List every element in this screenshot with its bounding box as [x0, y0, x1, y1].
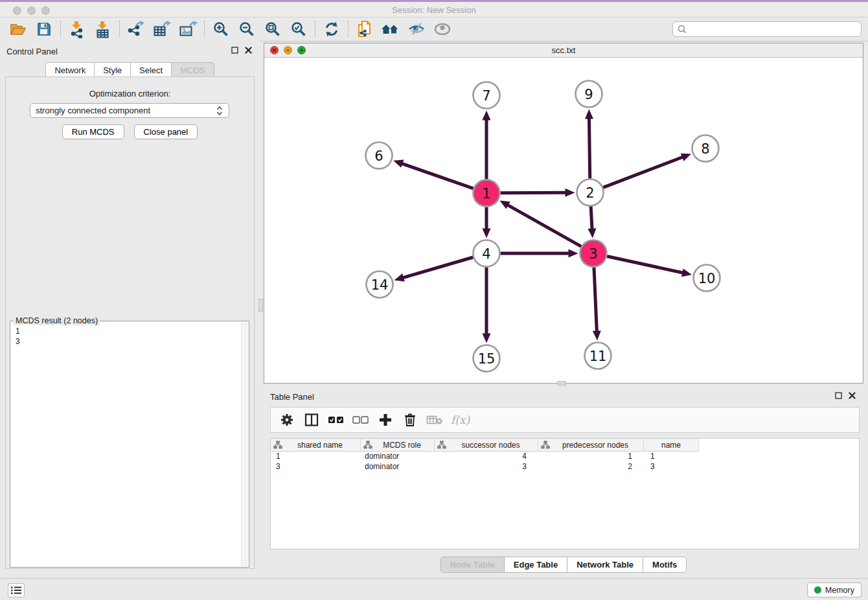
network-window-title: scc.txt	[264, 45, 863, 55]
column-header-mcds-role[interactable]: MCDS role	[361, 439, 435, 452]
memory-button[interactable]: Memory	[807, 583, 862, 597]
close-panel-icon[interactable]	[245, 47, 252, 54]
graph-node-14[interactable]: 14	[367, 271, 393, 298]
graph-node-6[interactable]: 6	[366, 143, 393, 169]
hide-panels-icon[interactable]	[404, 19, 429, 39]
panel-splitter-handle[interactable]	[258, 299, 263, 312]
create-column-plus-icon[interactable]	[374, 410, 396, 430]
table-cell[interactable]: 2	[538, 462, 644, 472]
graph-node-8[interactable]: 8	[692, 135, 719, 162]
show-columns-icon[interactable]	[301, 410, 323, 430]
zoom-in-icon[interactable]	[208, 19, 234, 39]
close-panel-icon[interactable]	[849, 392, 856, 399]
export-table-icon[interactable]	[149, 19, 175, 39]
graph-edge-2-8[interactable]	[603, 154, 691, 188]
float-panel-icon[interactable]	[835, 392, 842, 399]
graph-edge-4-15[interactable]	[483, 268, 491, 343]
tab-edge-table[interactable]: Edge Table	[504, 557, 567, 573]
column-header-shared-name[interactable]: shared name	[271, 439, 361, 452]
graph-node-4[interactable]: 4	[474, 240, 500, 267]
export-image-icon[interactable]	[175, 19, 201, 39]
graph-edge-2-3[interactable]	[588, 206, 596, 238]
network-window-titlebar[interactable]: ✕ − + scc.txt	[264, 43, 863, 58]
table-cell[interactable]: 1	[271, 452, 361, 462]
graph-edge-1-6[interactable]	[393, 160, 474, 189]
table-cell[interactable]: dominator	[361, 462, 435, 472]
function-builder-fx: f(x)	[451, 413, 470, 426]
graph-node-11[interactable]: 11	[585, 343, 611, 369]
zoom-selected-icon[interactable]	[286, 19, 312, 39]
svg-text:4: 4	[482, 246, 490, 262]
search-input[interactable]	[687, 23, 861, 36]
column-header-successor-nodes[interactable]: successor nodes	[435, 439, 538, 452]
tab-motifs[interactable]: Motifs	[643, 557, 687, 573]
chevron-updown-icon	[216, 106, 223, 116]
svg-text:6: 6	[374, 148, 383, 164]
clone-network-icon[interactable]	[352, 19, 378, 39]
import-network-icon[interactable]	[64, 19, 90, 39]
graph-edge-3-1[interactable]	[499, 201, 581, 247]
zoom-fit-icon[interactable]	[260, 19, 286, 39]
graph-edge-1-4[interactable]	[483, 207, 491, 238]
search-icon	[677, 24, 687, 34]
table-cell[interactable]: 3	[271, 462, 361, 472]
control-panel: Control Panel Network Style Select MCDS …	[0, 41, 260, 578]
toolbar-separator	[204, 21, 205, 38]
select-all-columns-icon[interactable]	[325, 410, 347, 430]
table-row[interactable]: 3dominator323	[271, 462, 859, 472]
delete-column-trash-icon[interactable]	[399, 410, 421, 430]
table-splitter-handle[interactable]	[557, 381, 566, 386]
graph-node-10[interactable]: 10	[694, 265, 720, 292]
window-title: Session: New Session	[0, 5, 868, 15]
task-history-button[interactable]	[8, 583, 25, 597]
open-file-icon[interactable]	[5, 19, 31, 39]
export-network-icon[interactable]	[123, 19, 149, 39]
mcds-result-scrollbar[interactable]	[241, 322, 248, 566]
graph-edge-4-3[interactable]	[501, 249, 578, 258]
graph-node-1[interactable]: 1	[474, 180, 500, 207]
svg-text:3: 3	[589, 246, 597, 262]
close-panel-button[interactable]: Close panel	[134, 124, 198, 139]
dropdown-value: strongly connected component	[36, 106, 216, 115]
graph-node-2[interactable]: 2	[577, 179, 604, 206]
graph-edge-1-7[interactable]	[483, 111, 491, 179]
float-panel-icon[interactable]	[231, 47, 238, 54]
tab-node-table[interactable]: Node Table	[440, 557, 504, 573]
zoom-out-icon[interactable]	[234, 19, 260, 39]
network-view-window: ✕ − + scc.txt 7968124314101511	[264, 43, 863, 384]
graph-node-15[interactable]: 15	[474, 345, 500, 372]
table-cell[interactable]: 1	[644, 452, 699, 462]
graph-edge-2-9[interactable]	[585, 109, 593, 178]
home-layout-icon[interactable]	[378, 19, 404, 39]
table-cell[interactable]: 4	[435, 452, 538, 462]
mcds-result-box: MCDS result (2 nodes) 1 3	[10, 321, 249, 568]
network-graph-canvas[interactable]: 7968124314101511	[264, 58, 863, 383]
run-mcds-button[interactable]: Run MCDS	[62, 124, 124, 139]
svg-text:8: 8	[701, 141, 709, 157]
table-panel-title: Table Panel	[270, 392, 314, 402]
graph-node-9[interactable]: 9	[576, 81, 602, 108]
column-header-name[interactable]: name	[644, 439, 699, 452]
optimization-criterion-select[interactable]: strongly connected component	[30, 103, 229, 118]
table-settings-gear-icon[interactable]	[276, 410, 298, 430]
graph-edge-3-11[interactable]	[593, 267, 601, 340]
table-cell[interactable]: 1	[538, 452, 644, 462]
graph-edge-4-14[interactable]	[394, 257, 474, 281]
graph-edge-3-10[interactable]	[607, 257, 692, 277]
table-cell[interactable]: 3	[435, 462, 538, 472]
column-header-predecessor-nodes[interactable]: predecessor nodes	[538, 439, 644, 452]
import-table-icon[interactable]	[90, 19, 116, 39]
table-cell[interactable]: 3	[644, 462, 699, 472]
table-row[interactable]: 1dominator411	[271, 452, 859, 462]
unselect-all-columns-icon[interactable]	[350, 410, 372, 430]
graph-node-3[interactable]: 3	[580, 240, 607, 267]
table-cell[interactable]: dominator	[361, 452, 435, 462]
show-view-icon[interactable]	[429, 19, 455, 39]
graph-edge-1-2[interactable]	[500, 189, 575, 197]
search-box[interactable]	[672, 21, 862, 37]
graph-node-7[interactable]: 7	[474, 82, 500, 109]
tab-network-table[interactable]: Network Table	[567, 557, 643, 573]
save-session-icon[interactable]	[31, 19, 57, 39]
refresh-layout-icon[interactable]	[319, 19, 345, 39]
mcds-result-text[interactable]: 1 3	[10, 323, 241, 566]
